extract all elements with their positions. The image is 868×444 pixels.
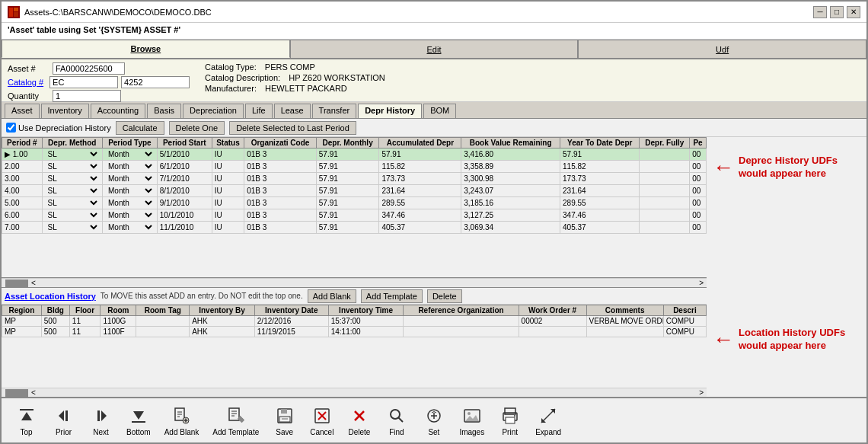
loc-col-inventory-date: Inventory Date xyxy=(254,305,328,316)
delete-selected-button[interactable]: Delete Selected to Last Period xyxy=(229,121,356,135)
depr-cell: 3,358.89 xyxy=(461,161,560,173)
location-hint: To MOVE this asset ADD an entry. Do NOT … xyxy=(101,292,303,300)
depr-dropdown[interactable]: SL xyxy=(45,210,101,220)
annotations-panel: ← Deprec History UDFs would appear here … xyxy=(707,137,866,397)
calculate-button[interactable]: Calculate xyxy=(116,121,164,135)
content-area: Period # Depr. Method Period Type Period… xyxy=(2,137,866,397)
catalog-prefix-input[interactable] xyxy=(49,76,118,88)
depr-cell: Month xyxy=(103,197,158,209)
col-status: Status xyxy=(212,138,244,149)
expand-icon xyxy=(538,405,559,426)
depr-dropdown[interactable]: Month xyxy=(105,210,155,220)
add-blank-bottom-button[interactable]: Add Blank xyxy=(159,403,205,439)
loc-add-template-button[interactable]: Add Template xyxy=(361,289,423,303)
col-accumulated: Accumulated Depr xyxy=(379,138,461,149)
next-button[interactable]: Next xyxy=(84,403,118,439)
delete-button[interactable]: Delete xyxy=(342,403,376,439)
set-button[interactable]: Set xyxy=(416,403,451,439)
depr-dropdown[interactable]: SL xyxy=(45,174,101,184)
tab-udf[interactable]: Udf xyxy=(578,40,866,58)
bottom-toolbar: Top Prior Next xyxy=(2,397,866,442)
depr-cell: 00 xyxy=(690,209,707,222)
depr-dropdown[interactable]: Month xyxy=(105,222,155,232)
window-title: Assets-C:\BARSCANW\DEMOCO\DEMOCO.DBC xyxy=(24,8,212,17)
tab-depr-history[interactable]: Depr History xyxy=(358,104,422,118)
catalog-number-input[interactable] xyxy=(121,76,190,88)
loc-table-container[interactable]: Region Bldg Floor Room Room Tag Inventor… xyxy=(2,305,707,388)
cancel-button[interactable]: Cancel xyxy=(305,403,339,439)
depr-dropdown[interactable]: SL xyxy=(45,222,101,232)
col-period-type: Period Type xyxy=(103,138,158,149)
depr-dropdown[interactable]: Month xyxy=(105,174,155,184)
top-label: Top xyxy=(20,428,32,436)
depr-dropdown[interactable]: Month xyxy=(105,186,155,196)
loc-col-descri: Descri xyxy=(663,305,706,316)
depr-dropdown[interactable]: SL xyxy=(45,186,101,196)
add-template-bottom-button[interactable]: Add Template xyxy=(207,403,264,439)
depr-cell: SL xyxy=(42,209,103,222)
depr-cell: IU xyxy=(212,222,244,234)
depr-cell: Month xyxy=(103,185,158,197)
prior-button[interactable]: Prior xyxy=(46,403,81,439)
tab-life[interactable]: Life xyxy=(245,104,273,118)
depr-cell: 231.64 xyxy=(379,185,461,197)
depr-dropdown[interactable]: SL xyxy=(45,149,101,159)
print-button[interactable]: Print xyxy=(493,403,527,439)
tab-basis[interactable]: Basis xyxy=(147,104,181,118)
svg-rect-41 xyxy=(505,408,515,414)
loc-col-inventory-time: Inventory Time xyxy=(328,305,404,316)
depr-dropdown[interactable]: Month xyxy=(105,149,155,159)
loc-cell: AHK xyxy=(190,316,255,327)
depr-cell: 4.00 xyxy=(2,185,43,197)
loc-table-scrollbar[interactable]: < > xyxy=(2,388,707,397)
bottom-button[interactable]: Bottom xyxy=(121,403,156,439)
svg-rect-2 xyxy=(14,12,18,17)
next-icon xyxy=(91,405,112,426)
depr-table-container[interactable]: Period # Depr. Method Period Type Period… xyxy=(2,137,707,278)
manufacturer-label: Manufacturer: xyxy=(205,84,257,93)
depr-dropdown[interactable]: Month xyxy=(105,198,155,208)
location-history-title[interactable]: Asset Location History xyxy=(5,292,96,301)
top-button[interactable]: Top xyxy=(9,403,43,439)
depr-dropdown[interactable]: Month xyxy=(105,161,155,171)
tab-edit[interactable]: Edit xyxy=(290,40,579,58)
maximize-button[interactable]: □ xyxy=(830,6,844,18)
loc-add-blank-button[interactable]: Add Blank xyxy=(308,289,356,303)
quantity-input[interactable] xyxy=(53,90,121,102)
expand-button[interactable]: Expand xyxy=(530,403,566,439)
location-section: Asset Location History To MOVE this asse… xyxy=(2,287,707,397)
depr-table-scrollbar[interactable]: < > xyxy=(2,278,707,287)
tab-asset[interactable]: Asset xyxy=(5,104,40,118)
delete-one-button[interactable]: Delete One xyxy=(169,121,225,135)
close-button[interactable]: ✕ xyxy=(847,6,860,18)
col-depr-fully: Depr. Fully xyxy=(640,138,690,149)
save-button[interactable]: Save xyxy=(267,403,302,439)
catalog-desc-label: Catalog Description: xyxy=(205,73,280,82)
catalog-link[interactable]: Catalog # xyxy=(8,78,43,87)
depr-dropdown[interactable]: SL xyxy=(45,198,101,208)
find-button[interactable]: Find xyxy=(379,403,413,439)
quantity-label: Quantity xyxy=(8,91,49,101)
images-button[interactable]: Images xyxy=(454,403,490,439)
asset-number-input[interactable] xyxy=(53,62,125,75)
tab-bom[interactable]: BOM xyxy=(423,104,456,118)
svg-rect-8 xyxy=(97,410,100,421)
tab-transfer[interactable]: Transfer xyxy=(312,104,357,118)
loc-delete-button[interactable]: Delete xyxy=(427,289,462,303)
save-label: Save xyxy=(276,428,293,436)
svg-rect-43 xyxy=(506,417,515,423)
depr-cell: IU xyxy=(212,149,244,161)
depr-cell: SL xyxy=(42,197,103,209)
depr-dropdown[interactable]: SL xyxy=(45,161,101,171)
depr-cell xyxy=(640,197,690,209)
tab-inventory[interactable]: Inventory xyxy=(41,104,89,118)
tab-depreciation[interactable]: Depreciation xyxy=(183,104,244,118)
depr-cell: 01B 3 xyxy=(244,222,317,234)
depr-cell: Month xyxy=(103,209,158,222)
minimize-button[interactable]: ─ xyxy=(813,6,827,18)
tab-lease[interactable]: Lease xyxy=(274,104,311,118)
tab-browse[interactable]: Browse xyxy=(2,40,290,58)
tab-accounting[interactable]: Accounting xyxy=(91,104,145,118)
use-depr-history-checkbox[interactable] xyxy=(6,123,16,133)
svg-point-39 xyxy=(468,412,471,415)
